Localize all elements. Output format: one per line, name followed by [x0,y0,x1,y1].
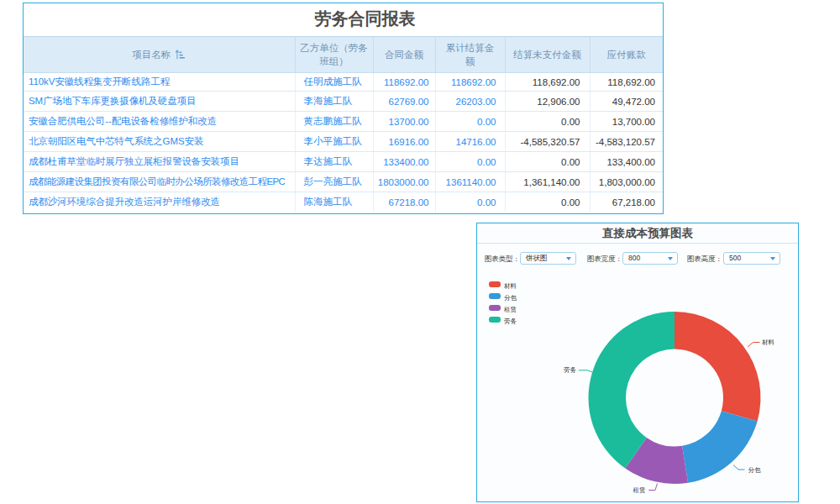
svg-text:材料: 材料 [762,339,775,346]
svg-text:分包: 分包 [748,466,762,474]
svg-text:租赁: 租赁 [633,486,647,494]
svg-text:劳务: 劳务 [564,366,577,374]
